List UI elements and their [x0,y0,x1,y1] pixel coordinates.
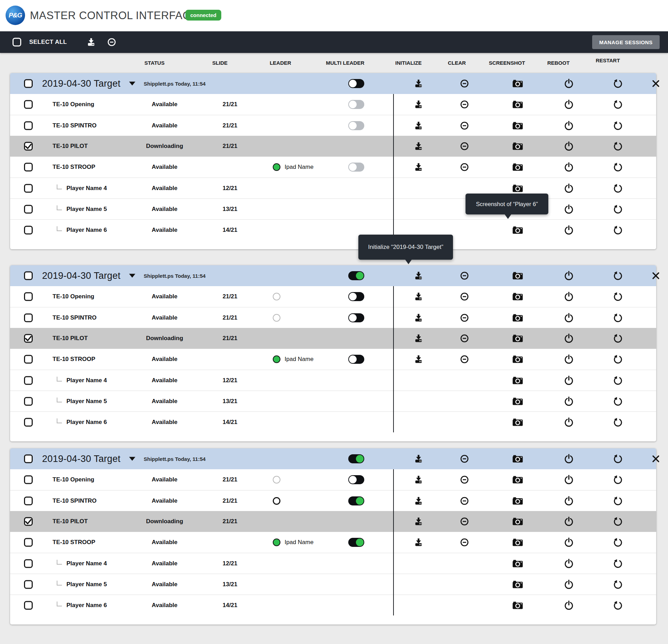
row-checkbox[interactable] [24,580,33,589]
multi-leader-toggle[interactable] [348,475,364,484]
row-checkbox[interactable] [24,334,33,343]
screenshot-icon[interactable] [512,184,524,193]
row-checkbox[interactable] [24,272,33,280]
screenshot-icon[interactable] [512,475,524,485]
screenshot-icon[interactable] [512,418,524,427]
reboot-icon[interactable] [564,496,574,506]
restart-icon[interactable] [613,417,623,427]
initialize-icon[interactable] [413,291,424,302]
initialize-icon[interactable] [413,454,424,464]
chevron-down-icon[interactable] [129,82,135,86]
reboot-icon[interactable] [564,204,574,214]
clear-icon[interactable] [459,537,470,548]
screenshot-icon[interactable] [512,292,524,301]
row-checkbox[interactable] [24,163,33,172]
initialize-icon[interactable] [413,162,424,172]
restart-icon[interactable] [613,375,623,386]
clear-icon[interactable] [459,78,470,89]
clear-icon[interactable] [459,313,470,323]
clear-icon[interactable] [459,496,470,506]
reboot-icon[interactable] [564,375,574,386]
bulk-download-icon[interactable] [86,37,96,47]
reboot-icon[interactable] [564,354,574,364]
reboot-icon[interactable] [564,141,574,151]
clear-icon[interactable] [459,474,470,485]
restart-icon[interactable] [613,313,623,323]
screenshot-icon[interactable] [512,601,524,610]
restart-icon[interactable] [613,537,623,548]
reboot-icon[interactable] [564,600,574,611]
row-checkbox[interactable] [24,142,33,151]
row-checkbox[interactable] [24,476,33,484]
restart-icon[interactable] [613,99,623,110]
restart-icon[interactable] [613,579,623,590]
multi-leader-toggle[interactable] [348,163,364,172]
screenshot-icon[interactable] [512,580,524,589]
screenshot-icon[interactable] [512,79,524,88]
row-checkbox[interactable] [24,355,33,364]
restart-icon[interactable] [613,183,623,194]
restart-icon[interactable] [613,141,623,151]
row-checkbox[interactable] [24,121,33,130]
row-checkbox[interactable] [24,79,33,88]
screenshot-icon[interactable] [512,334,524,343]
initialize-icon[interactable] [413,141,424,151]
screenshot-icon[interactable] [512,397,524,406]
restart-icon[interactable] [613,291,623,302]
reboot-icon[interactable] [564,417,574,427]
multi-leader-toggle[interactable] [348,121,364,130]
restart-icon[interactable] [613,333,623,344]
reboot-icon[interactable] [564,313,574,323]
reboot-icon[interactable] [564,225,574,235]
restart-icon[interactable] [613,516,623,527]
restart-icon[interactable] [613,270,623,281]
screenshot-icon[interactable] [512,538,524,547]
multi-leader-toggle[interactable] [348,292,364,301]
screenshot-icon[interactable] [512,496,524,506]
initialize-icon[interactable] [413,354,424,364]
row-checkbox[interactable] [24,538,33,547]
clear-icon[interactable] [459,120,470,131]
screenshot-icon[interactable] [512,271,524,281]
row-checkbox[interactable] [24,601,33,610]
multi-leader-toggle[interactable] [348,271,364,280]
screenshot-icon[interactable] [512,163,524,172]
clear-icon[interactable] [459,354,470,364]
leader-radio[interactable] [273,314,280,322]
restart-icon[interactable] [613,558,623,569]
restart-icon[interactable] [613,78,623,89]
restart-icon[interactable] [613,354,623,364]
restart-icon[interactable] [613,474,623,485]
reboot-icon[interactable] [564,333,574,344]
row-checkbox[interactable] [24,100,33,109]
restart-icon[interactable] [613,600,623,611]
clear-icon[interactable] [459,333,470,344]
initialize-icon[interactable] [413,333,424,344]
initialize-icon[interactable] [413,516,424,527]
bulk-clear-icon[interactable] [106,37,117,47]
row-checkbox[interactable] [24,292,33,301]
restart-icon[interactable] [613,396,623,407]
chevron-down-icon[interactable] [129,274,135,278]
screenshot-icon[interactable] [512,559,524,568]
restart-icon[interactable] [613,204,623,214]
clear-icon[interactable] [459,291,470,302]
row-checkbox[interactable] [24,497,33,505]
initialize-icon[interactable] [413,99,424,110]
clear-icon[interactable] [459,454,470,464]
multi-leader-toggle[interactable] [348,454,364,463]
reboot-icon[interactable] [564,120,574,131]
clear-icon[interactable] [459,141,470,151]
initialize-icon[interactable] [413,120,424,131]
multi-leader-toggle[interactable] [348,313,364,322]
reboot-icon[interactable] [564,270,574,281]
multi-leader-toggle[interactable] [348,355,364,364]
screenshot-icon[interactable] [512,454,524,464]
row-checkbox[interactable] [24,397,33,406]
close-icon[interactable] [651,270,661,281]
row-checkbox[interactable] [24,517,33,526]
initialize-icon[interactable] [413,537,424,548]
row-checkbox[interactable] [24,455,33,463]
multi-leader-toggle[interactable] [348,79,364,88]
clear-icon[interactable] [459,162,470,172]
